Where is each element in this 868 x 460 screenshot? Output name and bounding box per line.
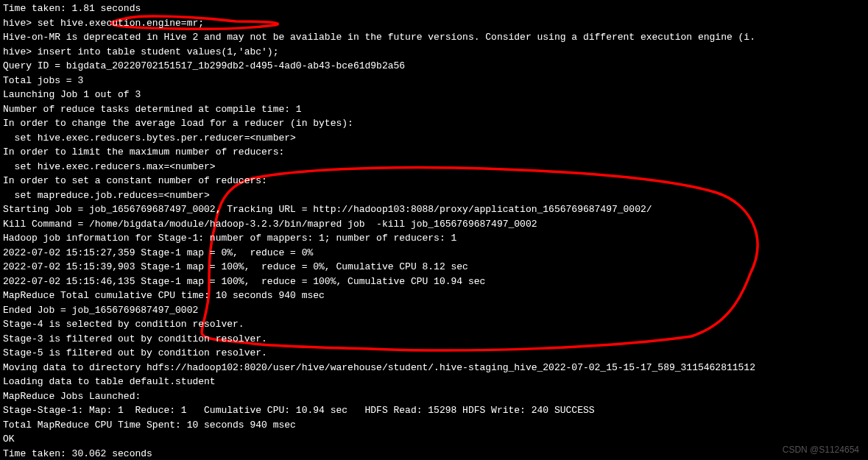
terminal-line: Number of reduce tasks determined at com… (3, 102, 865, 117)
terminal-line: Time taken: 1.81 seconds (3, 1, 865, 16)
terminal-line: 2022-07-02 15:15:39,903 Stage-1 map = 10… (3, 260, 865, 275)
terminal-line: Stage-4 is selected by condition resolve… (3, 317, 865, 332)
terminal-line: In order to limit the maximum number of … (3, 145, 865, 160)
terminal-line: hive> insert into table student values(1… (3, 45, 865, 60)
terminal-line: Query ID = bigdata_20220702151517_1b299d… (3, 59, 865, 74)
terminal-line: Starting Job = job_1656769687497_0002, T… (3, 202, 865, 217)
terminal-line: MapReduce Total cumulative CPU time: 10 … (3, 289, 865, 303)
terminal-line: Ended Job = job_1656769687497_0002 (3, 303, 865, 318)
terminal-line: set hive.exec.reducers.bytes.per.reducer… (3, 131, 865, 146)
terminal-line: hive> set hive.execution.engine=mr; (3, 16, 865, 31)
terminal-line: Stage-3 is filtered out by condition res… (3, 332, 865, 347)
terminal-line: MapReduce Jobs Launched: (3, 389, 865, 404)
watermark: CSDN @S1124654 (783, 443, 859, 456)
terminal-container[interactable]: Time taken: 1.81 seconds hive> set hive.… (3, 1, 865, 459)
terminal-line: Stage-5 is filtered out by condition res… (3, 346, 865, 361)
terminal-line: set hive.exec.reducers.max=<number> (3, 160, 865, 174)
terminal-line: Moving data to directory hdfs://hadoop10… (3, 361, 865, 375)
terminal-line: set mapreduce.job.reduces=<number> (3, 188, 865, 203)
terminal-line: Time taken: 30.062 seconds (3, 447, 865, 461)
terminal-line: Loading data to table default.student (3, 375, 865, 389)
terminal-line: OK (3, 432, 865, 447)
terminal-line: Stage-Stage-1: Map: 1 Reduce: 1 Cumulati… (3, 403, 865, 418)
terminal-line: Hive-on-MR is deprecated in Hive 2 and m… (3, 30, 865, 45)
terminal-line: Kill Command = /home/bigdata/module/hado… (3, 217, 865, 232)
terminal-line: In order to set a constant number of red… (3, 174, 865, 188)
terminal-line: Total jobs = 3 (3, 74, 865, 88)
terminal-line: 2022-07-02 15:15:27,359 Stage-1 map = 0%… (3, 246, 865, 261)
terminal-line: 2022-07-02 15:15:46,135 Stage-1 map = 10… (3, 275, 865, 289)
terminal-line: Total MapReduce CPU Time Spent: 10 secon… (3, 418, 865, 433)
terminal-line: Launching Job 1 out of 3 (3, 88, 865, 102)
terminal-line: Hadoop job information for Stage-1: numb… (3, 231, 865, 246)
terminal-line: In order to change the average load for … (3, 116, 865, 131)
